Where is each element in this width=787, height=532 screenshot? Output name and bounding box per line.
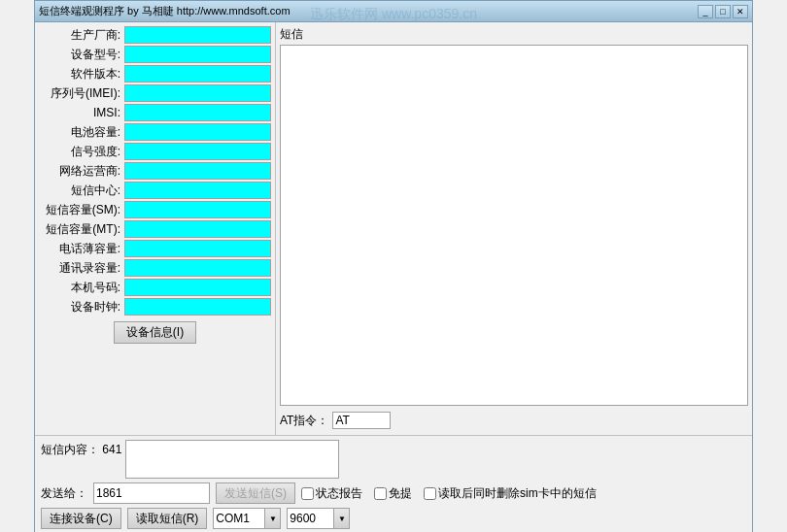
connect-device-button[interactable]: 连接设备(C) (41, 508, 121, 529)
baud-rate-arrow[interactable]: ▼ (333, 509, 349, 528)
baud-rate-value: 9600 (288, 511, 333, 526)
status-report-item: 状态报告 (301, 485, 362, 502)
device-field-label: 信号强度: (39, 144, 124, 160)
device-info-row: 短信中心: (39, 182, 271, 199)
device-info-row: 电话薄容量: (39, 240, 271, 257)
status-report-label: 状态报告 (316, 485, 362, 502)
mian-ti-label: 免提 (389, 485, 412, 502)
send-to-combo[interactable]: ▼ (93, 482, 210, 504)
sms-content-input[interactable] (125, 440, 339, 479)
device-field-label: 电池容量: (39, 124, 124, 141)
device-field-label: 通讯录容量: (39, 260, 124, 277)
device-field-value (124, 201, 271, 218)
device-info-row: 通讯录容量: (39, 259, 271, 277)
device-field-value (124, 26, 271, 44)
com-port-value: COM1 (214, 511, 264, 526)
device-field-label: 电话薄容量: (39, 241, 124, 257)
device-field-label: 网络运营商: (39, 163, 124, 180)
device-field-value (124, 220, 271, 238)
send-label: 发送给： (41, 485, 87, 502)
device-field-value (124, 240, 271, 257)
delete-sim-checkbox[interactable] (424, 487, 436, 500)
device-info-row: 电池容量: (39, 123, 271, 141)
baud-rate-combo[interactable]: 9600 ▼ (287, 508, 350, 529)
device-field-label: 设备时钟: (39, 299, 124, 316)
main-area: 生产厂商:设备型号:软件版本:序列号(IMEI):IMSI:电池容量:信号强度:… (35, 22, 752, 435)
delete-sim-item: 读取后同时删除sim卡中的短信 (424, 485, 597, 502)
device-field-value (124, 65, 271, 83)
mian-ti-item: 免提 (374, 485, 412, 502)
device-info-row: 设备型号: (39, 46, 271, 63)
device-field-value (124, 123, 271, 141)
device-field-label: 设备型号: (39, 47, 124, 63)
close-button[interactable]: ✕ (733, 5, 748, 18)
device-field-value (124, 259, 271, 277)
device-field-value (124, 298, 271, 316)
at-row: AT指令： (280, 410, 748, 431)
device-info-row: 短信容量(MT): (39, 220, 271, 238)
device-field-value (124, 104, 271, 121)
mian-ti-checkbox[interactable] (374, 487, 387, 500)
device-info-row: 信号强度: (39, 143, 271, 160)
device-field-label: 本机号码: (39, 280, 124, 296)
device-field-value (124, 46, 271, 63)
device-info-row: 设备时钟: (39, 298, 271, 316)
com-port-combo[interactable]: COM1 ▼ (213, 508, 281, 529)
read-sms-button[interactable]: 读取短信(R) (127, 508, 208, 529)
device-field-label: IMSI: (39, 106, 124, 119)
right-panel: 短信 AT指令： (276, 22, 752, 435)
content-area: 生产厂商:设备型号:软件版本:序列号(IMEI):IMSI:电池容量:信号强度:… (35, 22, 752, 532)
device-field-value (124, 84, 271, 102)
main-window: 短信终端观测程序 by 马相睫 http://www.mndsoft.com _… (34, 0, 753, 532)
title-controls: _ □ ✕ (698, 5, 748, 18)
sms-panel-label: 短信 (280, 26, 748, 43)
sms-content-label: 短信内容： 641 (41, 440, 121, 458)
send-row: 发送给： ▼ 发送短信(S) 状态报告 免提 (41, 482, 746, 504)
title-text: 短信终端观测程序 by 马相睫 http://www.mndsoft.com (39, 4, 698, 18)
minimize-button[interactable]: _ (698, 5, 713, 18)
at-input[interactable] (332, 412, 391, 429)
device-info-button[interactable]: 设备信息(I) (114, 321, 196, 344)
device-field-label: 短信中心: (39, 183, 124, 199)
device-field-value (124, 279, 271, 296)
sms-display-area[interactable] (280, 45, 748, 406)
device-field-label: 序列号(IMEI): (39, 85, 124, 102)
sms-content-row: 短信内容： 641 (41, 440, 746, 479)
device-field-label: 生产厂商: (39, 27, 124, 44)
at-label: AT指令： (280, 413, 328, 429)
device-field-value (124, 143, 271, 160)
device-info-row: 软件版本: (39, 65, 271, 83)
checkbox-group: 状态报告 免提 读取后同时删除sim卡中的短信 (301, 485, 597, 502)
device-field-value (124, 162, 271, 180)
bottom-row2: 连接设备(C) 读取短信(R) COM1 ▼ 9600 ▼ (41, 508, 746, 529)
device-info-row: IMSI: (39, 104, 271, 121)
left-panel: 生产厂商:设备型号:软件版本:序列号(IMEI):IMSI:电池容量:信号强度:… (35, 22, 276, 435)
com-port-arrow[interactable]: ▼ (264, 509, 280, 528)
device-info-row: 序列号(IMEI): (39, 84, 271, 102)
device-info-row: 生产厂商: (39, 26, 271, 44)
device-field-label: 短信容量(MT): (39, 221, 124, 238)
device-info-row: 本机号码: (39, 279, 271, 296)
bottom-area: 短信内容： 641 发送给： ▼ 发送短信(S) 状态报告 (35, 435, 752, 532)
status-report-checkbox[interactable] (301, 487, 314, 500)
maximize-button[interactable]: □ (715, 5, 731, 18)
device-btn-row: 设备信息(I) (39, 321, 271, 344)
device-info-fields: 生产厂商:设备型号:软件版本:序列号(IMEI):IMSI:电池容量:信号强度:… (39, 26, 271, 317)
delete-sim-label: 读取后同时删除sim卡中的短信 (438, 485, 597, 502)
title-bar: 短信终端观测程序 by 马相睫 http://www.mndsoft.com _… (35, 1, 752, 22)
device-info-row: 网络运营商: (39, 162, 271, 180)
device-field-value (124, 182, 271, 199)
device-info-row: 短信容量(SM): (39, 201, 271, 218)
send-sms-button[interactable]: 发送短信(S) (216, 482, 295, 504)
device-field-label: 软件版本: (39, 66, 124, 83)
device-field-label: 短信容量(SM): (39, 202, 124, 218)
